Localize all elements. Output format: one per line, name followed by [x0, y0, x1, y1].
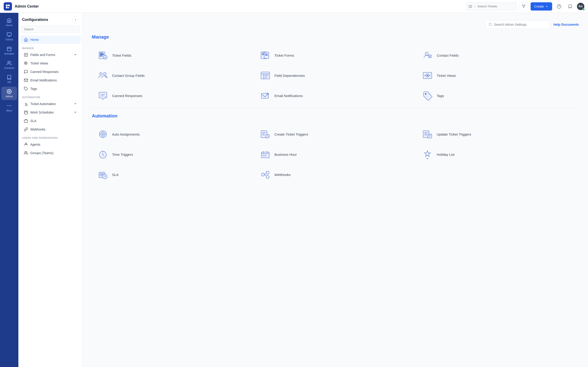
svg-rect-29 — [265, 55, 268, 56]
svg-point-16 — [25, 143, 27, 144]
card-time-triggers[interactable]: Time Triggers — [92, 144, 254, 165]
topbar: Admin Center Create RA — [0, 0, 588, 13]
sidebar-item-activities[interactable]: Activities — [1, 44, 17, 57]
card-contact-fields[interactable]: Contact Fields — [416, 45, 579, 65]
ticket-views-icon — [24, 61, 28, 65]
contacts-icon — [7, 60, 12, 66]
holiday-list-icon — [422, 149, 433, 160]
sidebar-nav-ticket-views[interactable]: Ticket Views — [20, 59, 81, 67]
ticket-fields-icon — [97, 50, 108, 61]
card-ticket-forms[interactable]: Ticket Forms — [254, 45, 417, 65]
svg-rect-28 — [265, 54, 268, 54]
card-tags[interactable]: Tags — [416, 85, 579, 106]
svg-point-18 — [489, 23, 492, 26]
sidebar-nav-fields-forms[interactable]: Fields and Forms — [20, 51, 81, 59]
help-icon — [557, 4, 561, 9]
create-chevron-icon — [545, 5, 548, 8]
search-tickets-icon — [469, 5, 472, 8]
bookmark-button[interactable] — [566, 2, 574, 10]
card-update-ticket-triggers[interactable]: Update Ticket Triggers — [416, 124, 579, 144]
time-triggers-icon — [97, 149, 108, 160]
sidebar-item-home[interactable]: Home — [1, 16, 17, 29]
sidebar-nav-work-schedules[interactable]: Work Schedules — [20, 108, 81, 117]
ticket-views-icon — [422, 70, 433, 81]
card-create-ticket-triggers[interactable]: Create Ticket Triggers — [254, 124, 417, 144]
automation-section-label: AUTOMATION — [18, 93, 82, 100]
card-webhooks[interactable]: Webhooks — [254, 165, 417, 185]
app-logo — [4, 2, 12, 10]
contact-group-fields-icon — [97, 70, 108, 81]
svg-rect-3 — [7, 47, 11, 51]
svg-rect-14 — [24, 111, 27, 114]
email-notifications-icon — [24, 78, 28, 82]
ticket-forms-icon — [260, 50, 271, 61]
svg-rect-54 — [262, 155, 264, 156]
svg-rect-31 — [429, 55, 431, 58]
help-documents-link[interactable]: Help Documents — [553, 23, 579, 26]
card-email-notifications[interactable]: Email Notifications — [254, 85, 417, 106]
card-ticket-views[interactable]: Ticket Views — [416, 65, 579, 85]
update-ticket-triggers-icon — [422, 129, 433, 140]
sidebar-nav-home[interactable]: Home — [20, 35, 81, 44]
create-ticket-triggers-icon — [260, 129, 271, 140]
sidebar-nav-groups-teams[interactable]: Groups (Teams) — [20, 149, 81, 157]
sidebar-header: Configurations — [18, 13, 82, 26]
card-field-dependencies[interactable]: Field Dependencies — [254, 65, 417, 85]
sidebar-search-input[interactable] — [21, 26, 80, 33]
chevron-down-icon — [74, 102, 77, 105]
svg-point-13 — [26, 103, 27, 105]
sidebar-search — [21, 26, 80, 33]
card-ticket-fields[interactable]: Ticket Fields — [92, 45, 254, 65]
sidebar-nav-ticket-automation[interactable]: Ticket Automation — [20, 100, 81, 108]
svg-rect-15 — [24, 120, 28, 123]
sidebar-item-more[interactable]: More — [1, 101, 17, 114]
admin-search-input[interactable] — [494, 23, 547, 26]
admin-icon — [7, 89, 12, 94]
sidebar-item-tickets[interactable]: Tickets — [1, 30, 17, 43]
section-divider — [92, 108, 579, 108]
activities-icon — [7, 46, 12, 51]
svg-rect-21 — [100, 54, 104, 55]
svg-point-5 — [9, 91, 10, 92]
card-contact-group-fields[interactable]: Contact Group Fields — [92, 65, 254, 85]
sidebar-item-admin[interactable]: Admin — [1, 87, 17, 100]
main-top-bar: Help Documents — [92, 20, 579, 29]
avatar[interactable]: RA — [577, 3, 584, 10]
svg-point-41 — [427, 75, 428, 76]
filter-button[interactable] — [519, 2, 528, 10]
sidebar-nav-email-notifications[interactable]: Email Notifications — [20, 76, 81, 84]
card-sla[interactable]: SLA — [92, 165, 254, 185]
agents-icon — [24, 142, 28, 147]
help-button[interactable] — [555, 2, 563, 10]
svg-point-11 — [25, 63, 26, 64]
svg-point-44 — [425, 93, 426, 94]
sidebar-nav-agents[interactable]: Agents — [20, 140, 81, 149]
sidebar-item-kb[interactable]: KB — [1, 73, 17, 86]
search-tickets-input[interactable] — [477, 5, 514, 8]
manage-cards-grid: Ticket Fields Ticket Forms — [92, 45, 579, 106]
create-button[interactable]: Create — [531, 2, 552, 10]
collapse-icon — [74, 18, 77, 21]
contact-fields-icon — [422, 50, 433, 61]
dropdown-icon — [473, 5, 476, 8]
svg-point-33 — [104, 73, 106, 75]
svg-point-7 — [9, 106, 9, 106]
sidebar-nav-tags[interactable]: Tags — [20, 85, 81, 93]
card-auto-assignments[interactable]: Auto Assignments — [92, 124, 254, 144]
sidebar-item-contacts[interactable]: Contacts — [1, 58, 17, 72]
tags-icon — [422, 90, 433, 101]
sidebar-nav-canned-responses[interactable]: Canned Responses — [20, 68, 81, 76]
card-canned-responses[interactable]: Canned Responses — [92, 85, 254, 106]
automation-cards-grid: Auto Assignments Create Ticket Triggers — [92, 124, 579, 185]
avatar-status-badge — [582, 8, 585, 10]
card-business-hour[interactable]: Business Hour — [254, 144, 417, 165]
svg-rect-38 — [264, 77, 267, 78]
sidebar-nav-sla[interactable]: SLA — [20, 117, 81, 125]
admin-search-icon — [489, 23, 492, 26]
card-holiday-list[interactable]: Holiday List — [416, 144, 579, 165]
svg-point-10 — [24, 62, 27, 65]
sidebar-collapse-button[interactable] — [72, 17, 79, 23]
sidebar-nav-webhooks[interactable]: Webhooks — [20, 125, 81, 133]
svg-point-23 — [103, 55, 107, 59]
canned-responses-icon — [24, 70, 28, 74]
